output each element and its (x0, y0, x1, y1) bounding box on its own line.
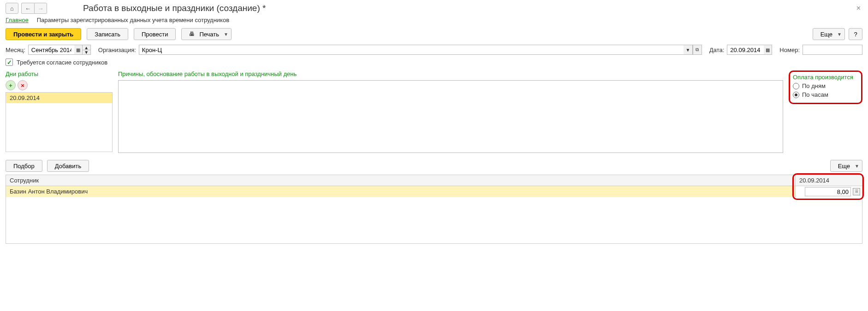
calendar-icon[interactable]: ▦ (74, 45, 83, 55)
more-label: Еще (838, 163, 850, 170)
post-and-close-button[interactable]: Провести и закрыть (6, 28, 81, 40)
select-button[interactable]: Подбор (6, 160, 42, 172)
by-days-label: По дням (802, 82, 826, 89)
consent-label: Требуется согласие сотрудников (17, 59, 107, 66)
by-hours-label: По часам (802, 91, 828, 98)
tab-params[interactable]: Параметры зарегистрированных данных учет… (37, 17, 229, 23)
payment-highlight: Оплата производится По дням По часам (789, 70, 862, 104)
hours-cell[interactable]: ⠿ (795, 186, 862, 197)
reason-label: Причины, обоснование работы в выходной и… (118, 70, 783, 77)
col-date[interactable]: 20.09.2014 (795, 175, 862, 186)
chevron-down-icon: ▼ (855, 164, 859, 169)
table-row[interactable]: Базин Антон Владимирович ⠿ (6, 186, 862, 197)
forward-button: → (34, 3, 47, 14)
month-label: Месяц: (6, 47, 25, 53)
employee-cell[interactable]: Базин Антон Владимирович (6, 186, 795, 197)
delete-day-button[interactable]: × (18, 80, 28, 90)
post-button[interactable]: Провести (134, 28, 176, 40)
month-down[interactable]: ▼ (83, 50, 91, 55)
radio-by-days[interactable]: По дням (793, 82, 858, 89)
month-input[interactable] (28, 45, 74, 55)
table-more-button[interactable]: Еще ▼ (830, 160, 862, 172)
org-label: Организация: (98, 47, 136, 53)
print-label: Печать (199, 31, 219, 38)
number-label: Номер: (779, 47, 800, 53)
org-open[interactable]: ⧉ (693, 45, 702, 55)
number-input[interactable] (803, 45, 862, 55)
print-button[interactable]: 🖶 Печать ▼ (181, 28, 232, 40)
days-label: Дни работы (6, 70, 113, 77)
reason-textarea[interactable] (118, 80, 783, 153)
month-up[interactable]: ▲ (83, 45, 91, 50)
day-item[interactable]: 20.09.2014 (6, 93, 112, 104)
page-title: Работа в выходные и праздники (создание)… (83, 3, 266, 13)
chevron-down-icon: ▼ (224, 32, 228, 37)
back-button[interactable]: ← (21, 3, 34, 14)
chevron-down-icon: ▼ (837, 32, 842, 37)
org-input[interactable] (139, 45, 684, 55)
save-button[interactable]: Записать (87, 28, 128, 40)
date-calendar-icon[interactable]: ▦ (764, 45, 772, 55)
radio-icon (793, 83, 799, 89)
help-button[interactable]: ? (849, 28, 862, 40)
payment-label: Оплата производится (793, 74, 858, 81)
consent-checkbox[interactable]: ✓ (6, 59, 13, 66)
close-icon[interactable]: × (856, 4, 862, 12)
add-day-button[interactable]: + (6, 80, 16, 90)
employees-table: Сотрудник 20.09.2014 Базин Антон Владими… (6, 175, 862, 244)
col-employee[interactable]: Сотрудник (6, 175, 795, 186)
home-button[interactable]: ⌂ (6, 3, 18, 14)
more-button[interactable]: Еще ▼ (813, 28, 845, 40)
radio-icon (793, 92, 799, 98)
calculator-icon[interactable]: ⠿ (853, 188, 860, 195)
date-label: Дата: (709, 47, 724, 53)
radio-by-hours[interactable]: По часам (793, 91, 858, 98)
more-label: Еще (820, 31, 832, 38)
add-button[interactable]: Добавить (47, 160, 89, 172)
days-list[interactable]: 20.09.2014 (6, 92, 113, 152)
printer-icon: 🖶 (189, 31, 195, 37)
date-input[interactable] (727, 45, 764, 55)
hours-input[interactable] (805, 187, 851, 196)
org-dropdown[interactable]: ▼ (684, 45, 693, 55)
tab-main[interactable]: Главное (6, 17, 29, 23)
